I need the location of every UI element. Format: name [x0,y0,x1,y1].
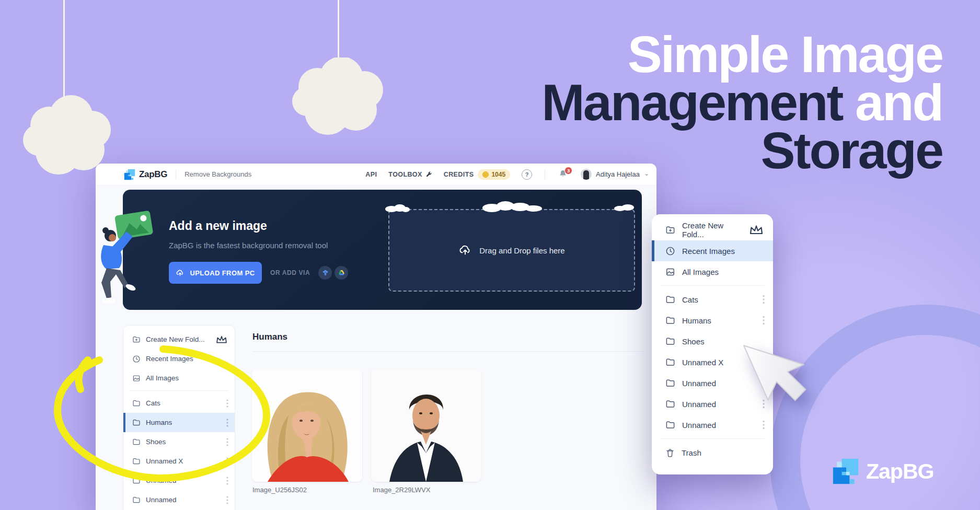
folders-sidebar: Create New Fold... Recent Images [123,325,235,510]
kebab-menu-icon[interactable] [226,477,228,485]
google-drive-button[interactable] [335,266,348,280]
folder-icon [132,457,141,466]
image-icon [132,374,141,383]
trash-label: Trash [682,448,701,457]
upload-banner: Add a new image ZapBG is the fastest bac… [123,190,642,310]
promo-canvas: Simple Image Management and Storage [0,0,980,510]
folder-label: Cats [682,295,698,304]
brand-logo[interactable]: ZapBG [124,169,167,180]
navbar-divider [176,170,176,179]
kebab-menu-icon[interactable] [226,399,228,408]
panel-folder-cats[interactable]: Cats [652,289,773,310]
footer-brand-name: ZapBG [866,459,933,484]
all-images-item[interactable]: All Images [123,368,235,388]
zapbg-logo-icon [124,169,135,180]
folder-plus-icon [132,335,141,344]
upload-cloud-icon [458,244,472,257]
notification-badge: 3 [564,167,572,175]
help-icon[interactable]: ? [522,169,532,180]
sidebar-folder-unnamed[interactable]: Unnamed [123,471,235,490]
sidebar-folder-shoes[interactable]: Shoes [123,432,235,451]
folder-label: Shoes [682,337,705,346]
image-icon [665,267,675,277]
coin-icon [482,171,489,178]
sidebar-divider [130,390,228,391]
kebab-menu-icon[interactable] [226,419,228,427]
kebab-menu-icon[interactable] [226,496,228,504]
folder-icon [665,399,675,409]
upload-button-label: UPLOAD FROM PC [190,269,255,277]
kebab-menu-icon[interactable] [763,420,765,430]
cloud-decoration [19,95,118,182]
image-filename: Image_U256JS02 [252,486,307,494]
kebab-menu-icon[interactable] [226,438,228,446]
headline-line3: Storage [760,121,942,179]
person-illustration [96,208,162,306]
image-card-woman[interactable] [252,369,362,482]
folder-icon [665,316,675,326]
recent-images-item[interactable]: Recent Images [123,349,235,368]
kebab-menu-icon[interactable] [763,295,765,304]
create-folder-label: Create New Fold... [682,221,741,239]
cloud-decoration [285,57,394,140]
or-add-via-label: OR ADD VIA [270,269,310,276]
credits-value: 1045 [491,171,505,178]
content-divider [252,351,644,352]
trash-icon [665,448,675,458]
folder-icon [132,419,141,427]
clock-icon [132,355,141,363]
cursor-3d-arrow [741,323,825,417]
nav-credits[interactable]: CREDITS 1045 [444,169,510,180]
panel-recent-images[interactable]: Recent Images [652,240,773,261]
nav-toolbox-label: TOOLBOX [388,171,422,178]
panel-create-new-folder[interactable]: Create New Fold... [652,219,773,240]
crown-icon [748,224,765,236]
folder-icon [132,496,141,504]
panel-folder-unnamed[interactable]: Unnamed [652,414,773,435]
mini-cloud-decoration [384,203,410,213]
folder-label: Unnamed [682,379,716,388]
folder-plus-icon [665,225,675,235]
image-filename: Image_2R29LWVX [373,486,430,494]
folder-icon [665,295,675,305]
user-name: Aditya Hajelaa [596,170,640,178]
hanging-string [63,0,65,107]
recent-images-label: Recent Images [146,355,193,363]
panel-all-images[interactable]: All Images [652,261,773,282]
folder-icon [665,378,675,388]
headline: Simple Image Management and Storage [541,30,942,175]
chevron-down-icon: ⌄ [644,170,649,177]
panel-divider [660,285,765,286]
all-images-label: All Images [146,374,179,382]
nav-api-link[interactable]: API [365,171,377,178]
dropbox-button[interactable] [318,266,332,280]
google-drive-icon [338,269,345,276]
folder-icon [665,357,675,367]
sidebar-folder-cats[interactable]: Cats [123,393,235,413]
kebab-menu-icon[interactable] [226,457,228,466]
sidebar-folder-unnamed[interactable]: Unnamed [123,490,235,509]
image-card-man[interactable] [371,369,481,482]
mini-cloud-decoration [613,203,636,212]
sidebar-folder-humans[interactable]: Humans [123,413,235,432]
drag-drop-zone[interactable]: Drag and Drop files here [388,209,635,292]
notifications-bell[interactable]: 3 [558,169,569,180]
mini-cloud-decoration [481,200,544,213]
upload-from-pc-button[interactable]: UPLOAD FROM PC [169,262,262,284]
folder-label: Unnamed X [682,358,723,367]
zapbg-logo-icon [832,458,859,485]
wrench-icon [425,171,432,178]
panel-trash[interactable]: Trash [652,442,773,463]
brand-name: ZapBG [139,169,167,180]
nav-toolbox-link[interactable]: TOOLBOX [388,171,432,178]
folder-label: Humans [682,316,711,325]
content-heading: Humans [252,332,287,342]
user-menu[interactable]: Aditya Hajelaa ⌄ [581,169,649,180]
sidebar-folder-unnamed-x[interactable]: Unnamed X [123,451,235,471]
app-window: ZapBG Remove Backgrounds API TOOLBOX CRE… [96,164,656,510]
create-folder-label: Create New Fold... [146,335,205,343]
folder-icon [132,438,141,446]
create-new-folder-item[interactable]: Create New Fold... [123,330,235,349]
page-title: Remove Backgrounds [185,170,251,178]
folder-label: Shoes [146,438,166,446]
